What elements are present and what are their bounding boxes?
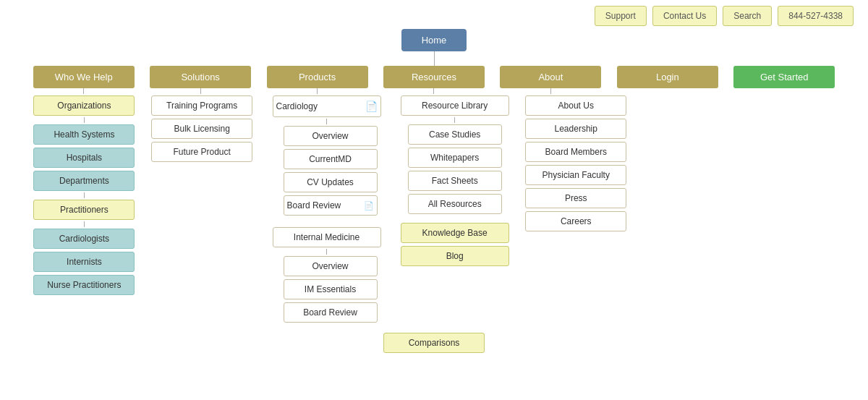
- node-leadership[interactable]: Leadership: [525, 119, 626, 139]
- home-button[interactable]: Home: [401, 29, 467, 51]
- node-comparisons[interactable]: Comparisons: [383, 333, 485, 353]
- node-organizations[interactable]: Organizations: [33, 95, 135, 116]
- nav-header-login[interactable]: Login: [617, 66, 718, 88]
- search-button[interactable]: Search: [723, 6, 772, 26]
- node-internal-medicine[interactable]: Internal Medicine: [273, 227, 381, 247]
- support-button[interactable]: Support: [595, 6, 647, 26]
- nav-resources[interactable]: Resources: [379, 66, 488, 94]
- contact-button[interactable]: Contact Us: [652, 6, 717, 26]
- nav-get-started[interactable]: Get Started: [730, 66, 839, 94]
- col-who-we-help: Organizations Health Systems Hospitals D…: [29, 94, 140, 297]
- nav-solutions[interactable]: Solutions: [145, 66, 255, 94]
- node-blog[interactable]: Blog: [401, 246, 509, 266]
- node-board-review-im[interactable]: Board Review: [284, 302, 378, 323]
- col-solutions: Training Programs Bulk Licensing Future …: [147, 94, 258, 163]
- node-cardiologists[interactable]: Cardiologists: [33, 229, 135, 249]
- file-icon-2: 📄: [364, 201, 374, 210]
- node-resource-library[interactable]: Resource Library: [401, 95, 509, 116]
- phone-button[interactable]: 844-527-4338: [778, 6, 854, 26]
- node-internists[interactable]: Internists: [33, 252, 135, 272]
- node-case-studies[interactable]: Case Studies: [408, 124, 502, 145]
- node-im-essentials[interactable]: IM Essentials: [284, 279, 378, 299]
- nav-login[interactable]: Login: [613, 66, 722, 94]
- nav-header-products[interactable]: Products: [267, 66, 368, 88]
- node-board-review-cardiology[interactable]: Board Review 📄: [284, 195, 378, 216]
- node-currentmd[interactable]: CurrentMD: [284, 149, 378, 169]
- col-resources: Resource Library Case Studies Whitepaper…: [396, 94, 513, 268]
- node-bulk-licensing[interactable]: Bulk Licensing: [151, 119, 252, 139]
- col-about: About Us Leadership Board Members Physic…: [521, 94, 631, 233]
- node-cv-updates[interactable]: CV Updates: [284, 172, 378, 192]
- file-icon: 📄: [365, 101, 378, 112]
- node-practitioners[interactable]: Practitioners: [33, 200, 135, 220]
- node-training-programs[interactable]: Training Programs: [151, 95, 252, 116]
- nav-products[interactable]: Products: [263, 66, 372, 94]
- node-all-resources[interactable]: All Resources: [408, 194, 502, 214]
- node-board-members[interactable]: Board Members: [525, 142, 626, 162]
- node-hospitals[interactable]: Hospitals: [33, 148, 135, 168]
- nav-who-we-help[interactable]: Who We Help: [29, 66, 138, 94]
- node-about-us[interactable]: About Us: [525, 95, 626, 116]
- col-products: Cardiology 📄 Overview CurrentMD CV Updat…: [265, 94, 389, 324]
- node-physician-faculty[interactable]: Physician Faculty: [525, 165, 626, 185]
- node-fact-sheets[interactable]: Fact Sheets: [408, 171, 502, 191]
- nav-header-solutions[interactable]: Solutions: [150, 66, 251, 88]
- node-cardiology[interactable]: Cardiology 📄: [273, 95, 381, 117]
- nav-about[interactable]: About: [496, 66, 605, 94]
- nav-header-resources[interactable]: Resources: [383, 66, 485, 88]
- nav-header-who-we-help[interactable]: Who We Help: [33, 66, 135, 88]
- node-nurse-practitioners[interactable]: Nurse Practitioners: [33, 275, 135, 295]
- node-health-systems[interactable]: Health Systems: [33, 124, 135, 145]
- node-future-product[interactable]: Future Product: [151, 142, 252, 162]
- node-press[interactable]: Press: [525, 188, 626, 208]
- bottom-section: Comparisons: [0, 324, 868, 369]
- node-careers[interactable]: Careers: [525, 211, 626, 231]
- node-cardiology-overview[interactable]: Overview: [284, 126, 378, 146]
- nav-header-about[interactable]: About: [500, 66, 601, 88]
- node-whitepapers[interactable]: Whitepapers: [408, 148, 502, 168]
- node-knowledge-base[interactable]: Knowledge Base: [401, 223, 509, 243]
- node-departments[interactable]: Departments: [33, 171, 135, 191]
- node-im-overview[interactable]: Overview: [284, 256, 378, 276]
- nav-header-get-started[interactable]: Get Started: [733, 66, 835, 88]
